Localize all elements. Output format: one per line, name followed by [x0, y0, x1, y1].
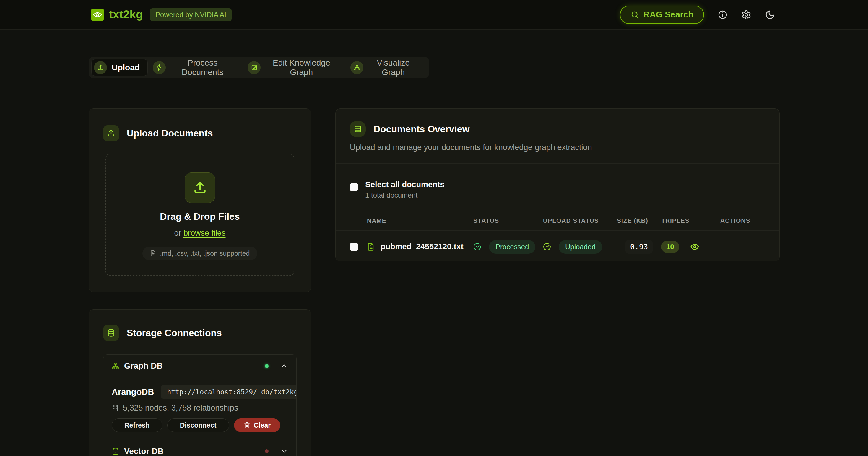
document-filename: pubmed_24552120.txt	[380, 242, 464, 251]
settings-button[interactable]	[741, 10, 751, 20]
trash-icon	[244, 422, 250, 428]
supported-formats-label: .md, .csv, .txt, .json supported	[160, 250, 250, 258]
browse-files-link[interactable]: browse files	[183, 229, 226, 237]
storage-panel: Graph DB ArangoDB http://localhost:8529/…	[103, 354, 297, 456]
vector-db-row[interactable]: Vector DB	[103, 440, 296, 456]
graph-db-label: Graph DB	[124, 361, 163, 371]
provider-row: ArangoDB http://localhost:8529/_db/txt2k…	[112, 385, 288, 399]
disconnected-status-dot	[265, 449, 269, 453]
search-icon	[630, 10, 639, 19]
view-document-button[interactable]	[690, 242, 699, 251]
file-text-icon	[367, 243, 375, 251]
clear-button[interactable]: Clear	[234, 419, 281, 432]
upload-card-title: Upload Documents	[127, 128, 213, 139]
select-all-checkbox[interactable]	[350, 183, 358, 191]
database-icon	[103, 325, 119, 341]
graph-db-body: ArangoDB http://localhost:8529/_db/txt2k…	[103, 377, 296, 440]
file-icon	[150, 250, 157, 257]
graph-db-row[interactable]: Graph DB	[103, 355, 296, 377]
zap-icon	[153, 61, 166, 74]
dropzone[interactable]: Drag & Drop Files or browse files .md, .…	[105, 154, 294, 276]
or-label: or	[174, 229, 183, 237]
powered-by-badge: Powered by NVIDIA AI	[150, 8, 231, 21]
upload-icon	[185, 172, 215, 203]
column-actions: ACTIONS	[709, 217, 765, 224]
table-grid-icon	[350, 121, 366, 137]
vector-db-left: Vector DB	[112, 447, 164, 456]
row-upload-status-cell: Uploaded	[543, 240, 617, 254]
moon-icon	[765, 10, 775, 20]
vector-db-label: Vector DB	[124, 447, 164, 456]
row-status-cell: Processed	[473, 240, 543, 254]
header-brand: txt2kg Powered by NVIDIA AI	[91, 8, 231, 21]
documents-card-title: Documents Overview	[373, 124, 469, 135]
graph-db-actions: Refresh Disconnect Clear	[112, 419, 288, 432]
upload-icon	[103, 125, 119, 141]
total-documents-label: 1 total document	[365, 191, 445, 199]
documents-card-header: Documents Overview	[350, 121, 765, 137]
app-header: txt2kg Powered by NVIDIA AI RAG Search	[0, 0, 868, 30]
tab-upload[interactable]: Upload	[92, 59, 148, 75]
upload-card-header: Upload Documents	[103, 125, 297, 141]
column-upload-status: UPLOAD STATUS	[543, 217, 617, 224]
rag-search-button[interactable]: RAG Search	[620, 6, 704, 24]
upload-documents-card: Upload Documents Drag & Drop Files or br…	[89, 108, 311, 292]
network-graph-icon	[350, 61, 363, 74]
tab-process-documents[interactable]: Process Documents	[150, 59, 242, 75]
upload-icon	[94, 61, 107, 74]
gear-icon	[741, 10, 751, 20]
documents-card-subtitle: Upload and manage your documents for kno…	[350, 143, 765, 152]
check-circle-icon	[543, 243, 551, 251]
column-size: SIZE (KB)	[617, 217, 661, 224]
tab-bar: Upload Process Documents Edit Knowledge …	[89, 57, 429, 78]
graph-network-icon	[112, 362, 119, 370]
connected-status-dot	[265, 364, 269, 368]
select-all-labels: Select all documents 1 total document	[365, 180, 445, 199]
nvidia-logo-icon	[91, 8, 104, 21]
graph-db-right	[265, 362, 288, 370]
tab-process-documents-label: Process Documents	[170, 58, 235, 77]
disconnect-button[interactable]: Disconnect	[167, 419, 229, 432]
row-checkbox-cell	[350, 243, 367, 251]
refresh-button[interactable]: Refresh	[112, 419, 162, 432]
eye-icon	[690, 242, 699, 251]
provider-name: ArangoDB	[112, 387, 154, 397]
row-size-cell: 0.93	[617, 240, 661, 254]
app-title: txt2kg	[109, 8, 143, 21]
tab-edit-knowledge-graph[interactable]: Edit Knowledge Graph	[245, 59, 345, 75]
edit-square-icon	[248, 61, 260, 74]
status-badge: Processed	[489, 240, 535, 254]
supported-formats-pill: .md, .csv, .txt, .json supported	[143, 247, 258, 260]
info-icon	[718, 10, 728, 20]
column-triples: TRIPLES	[661, 217, 709, 224]
clear-button-label: Clear	[254, 421, 271, 429]
row-checkbox[interactable]	[350, 243, 358, 251]
column-name: NAME	[367, 217, 473, 224]
tab-visualize-graph[interactable]: Visualize Graph	[348, 59, 426, 75]
select-all-label: Select all documents	[365, 180, 445, 189]
check-circle-icon	[473, 243, 481, 251]
chevron-up-icon[interactable]	[280, 362, 288, 370]
triples-count-badge: 10	[661, 241, 679, 253]
dark-mode-toggle[interactable]	[765, 10, 775, 20]
info-button[interactable]	[718, 10, 728, 20]
row-actions-cell	[709, 242, 765, 251]
database-icon	[112, 404, 119, 412]
tab-visualize-graph-label: Visualize Graph	[368, 58, 418, 77]
dropzone-subtitle: or browse files	[174, 229, 225, 238]
rag-search-label: RAG Search	[644, 10, 693, 20]
row-triples-cell: 10	[661, 243, 709, 251]
storage-card-header: Storage Connections	[103, 325, 297, 341]
chevron-down-icon[interactable]	[280, 448, 288, 455]
vector-db-right	[265, 448, 288, 455]
tab-edit-knowledge-graph-label: Edit Knowledge Graph	[265, 58, 337, 77]
row-name-cell: pubmed_24552120.txt	[367, 242, 473, 251]
graph-stats-label: 5,325 nodes, 3,758 relationships	[123, 403, 238, 413]
connection-url: http://localhost:8529/_db/txt2kg	[161, 385, 297, 399]
database-icon	[112, 448, 119, 455]
column-status: STATUS	[473, 217, 543, 224]
page: txt2kg Powered by NVIDIA AI RAG Search	[0, 0, 868, 456]
storage-connections-card: Storage Connections Graph DB	[89, 309, 311, 456]
documents-overview-card: Documents Overview Upload and manage you…	[335, 108, 780, 261]
table-header-row: NAME STATUS UPLOAD STATUS SIZE (KB) TRIP…	[336, 210, 779, 231]
